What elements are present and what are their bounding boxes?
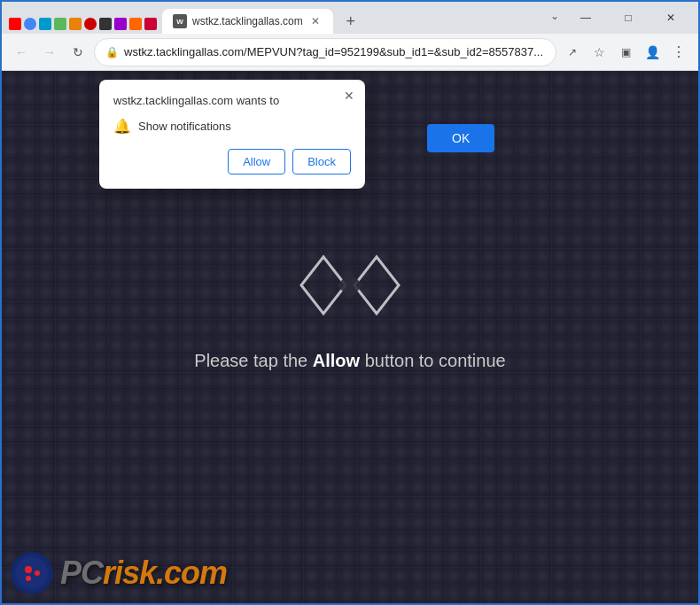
favicon-7 [99, 18, 112, 30]
bell-icon: 🔔 [113, 118, 131, 135]
refresh-button[interactable]: ↻ [66, 40, 90, 65]
minimize-button[interactable]: — [565, 4, 606, 32]
tab-list-button[interactable]: ⌄ [548, 9, 562, 23]
profile-button[interactable]: 👤 [640, 40, 665, 65]
svg-marker-2 [337, 272, 363, 299]
favicon-google [24, 18, 36, 30]
favicon-3 [39, 18, 51, 30]
favicon-6 [84, 18, 97, 30]
dialog-header: wstkz.tacklingallas.com wants to [113, 94, 351, 107]
browser-sidebar-button[interactable]: ▣ [613, 40, 638, 65]
pcrisk-watermark: PCrisk.com [11, 552, 227, 594]
pcrisk-text: PCrisk.com [60, 555, 227, 592]
bookmark-button[interactable]: ☆ [587, 40, 611, 65]
favicon-9 [129, 18, 142, 30]
svg-point-6 [26, 576, 31, 581]
svg-point-5 [35, 570, 40, 576]
forward-button[interactable]: → [37, 40, 62, 65]
favicon-8 [114, 18, 127, 30]
block-button[interactable]: Block [292, 149, 351, 175]
maximize-button[interactable]: □ [608, 4, 649, 32]
lock-icon: 🔒 [105, 46, 119, 58]
toolbar-actions: ↗ ☆ ▣ 👤 ⋮ [560, 40, 691, 65]
instruction-after: button to continue [360, 351, 506, 370]
title-bar: W wstkz.tacklingallas.com ✕ + ⌄ — □ ✕ [2, 2, 698, 34]
favicon-youtube [9, 18, 21, 30]
menu-button[interactable]: ⋮ [666, 40, 691, 65]
instruction-text: Please tap the Allow button to continue [194, 351, 505, 371]
address-bar[interactable]: 🔒 wstkz.tacklingallas.com/MEPVUN?tag_id=… [94, 38, 556, 66]
favicon-10 [144, 18, 157, 30]
permission-dialog: ✕ wstkz.tacklingallas.com wants to 🔔 Sho… [99, 80, 365, 189]
dialog-close-button[interactable]: ✕ [340, 87, 358, 105]
url-text: wstkz.tacklingallas.com/MEPVUN?tag_id=95… [124, 45, 545, 58]
instruction-before: Please tap the [194, 351, 312, 370]
pcrisk-logo-icon [11, 552, 53, 594]
dialog-buttons: Allow Block [113, 149, 351, 175]
share-button[interactable]: ↗ [560, 40, 585, 65]
diamond-logo [297, 250, 403, 324]
back-button[interactable]: ← [9, 40, 34, 65]
toolbar: ← → ↻ 🔒 wstkz.tacklingallas.com/MEPVUN?t… [2, 34, 698, 71]
window-controls: — □ ✕ [565, 4, 691, 32]
new-tab-button[interactable]: + [338, 9, 363, 34]
tab-close-button[interactable]: ✕ [308, 14, 323, 28]
dialog-permission: 🔔 Show notifications [113, 118, 351, 135]
active-tab[interactable]: W wstkz.tacklingallas.com ✕ [162, 9, 333, 34]
tab-strip: W wstkz.tacklingallas.com ✕ + [9, 2, 544, 34]
browser-window: W wstkz.tacklingallas.com ✕ + ⌄ — □ ✕ ← … [0, 0, 700, 605]
permission-text: Show notifications [138, 120, 231, 133]
content-area: ✕ wstkz.tacklingallas.com wants to 🔔 Sho… [2, 71, 698, 603]
allow-button[interactable]: Allow [228, 149, 285, 175]
tab-favicon: W [173, 14, 187, 28]
pcrisk-orange-text: risk.com [103, 555, 227, 591]
svg-point-3 [16, 557, 48, 589]
svg-point-4 [25, 566, 32, 573]
instruction-allow: Allow [313, 351, 360, 370]
favicon-4 [54, 18, 66, 30]
favicon-5 [69, 18, 82, 30]
tab-title: wstkz.tacklingallas.com [192, 15, 303, 27]
close-window-button[interactable]: ✕ [650, 4, 691, 32]
